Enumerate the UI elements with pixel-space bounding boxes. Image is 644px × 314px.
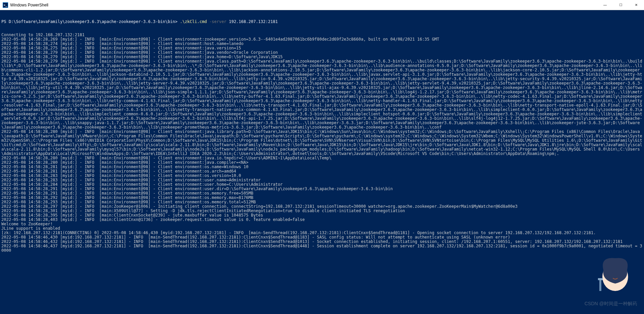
log-line: 2022-05-08 14:58:28,403 [myid:] - INFO [… <box>1 218 643 222</box>
maximize-button[interactable]: ☐ <box>613 0 628 10</box>
svg-point-2 <box>618 272 621 275</box>
minimize-button[interactable]: — <box>597 0 613 10</box>
titlebar-left: >_ Windows PowerShell <box>0 2 48 8</box>
window-title: Windows PowerShell <box>10 3 48 7</box>
terminal-output[interactable]: PS D:\Software\JavaFamily\zookeeper3.6.3… <box>0 10 644 314</box>
prompt-line: PS D:\Software\JavaFamily\zookeeper3.6.3… <box>1 20 643 24</box>
command-name: .\zkCli.cmd <box>180 19 207 24</box>
watermark-text: CSDN @时间是一种解药 <box>584 301 637 306</box>
command-arg: 192.168.207.132:2181 <box>227 19 278 24</box>
log-lines: Connecting to 192.168.207.132:21812022-0… <box>1 33 643 253</box>
log-line: 2022-05-08 14:58:46,437 [myid:192.168.20… <box>1 244 643 253</box>
window-titlebar: >_ Windows PowerShell — ☐ ✕ <box>0 0 644 10</box>
close-button[interactable]: ✕ <box>628 0 644 10</box>
command-flag: -server <box>209 19 227 24</box>
powershell-icon: >_ <box>3 2 8 8</box>
window-controls: — ☐ ✕ <box>597 0 644 10</box>
svg-point-1 <box>609 272 613 275</box>
log-line: Welcome to ZooKeeper! <box>1 222 643 226</box>
log-line: 2022-05-08 14:58:28,279 [myid:] - INFO [… <box>1 59 643 130</box>
avatar-overlay-icon <box>597 253 634 294</box>
svg-rect-4 <box>598 278 603 280</box>
svg-point-0 <box>602 263 628 291</box>
svg-rect-3 <box>599 279 601 291</box>
log-line: 2022-05-08 14:58:28,280 [myid:] - INFO [… <box>1 130 643 156</box>
prompt-path: PS D:\Software\JavaFamily\zookeeper3.6.3… <box>1 19 180 24</box>
